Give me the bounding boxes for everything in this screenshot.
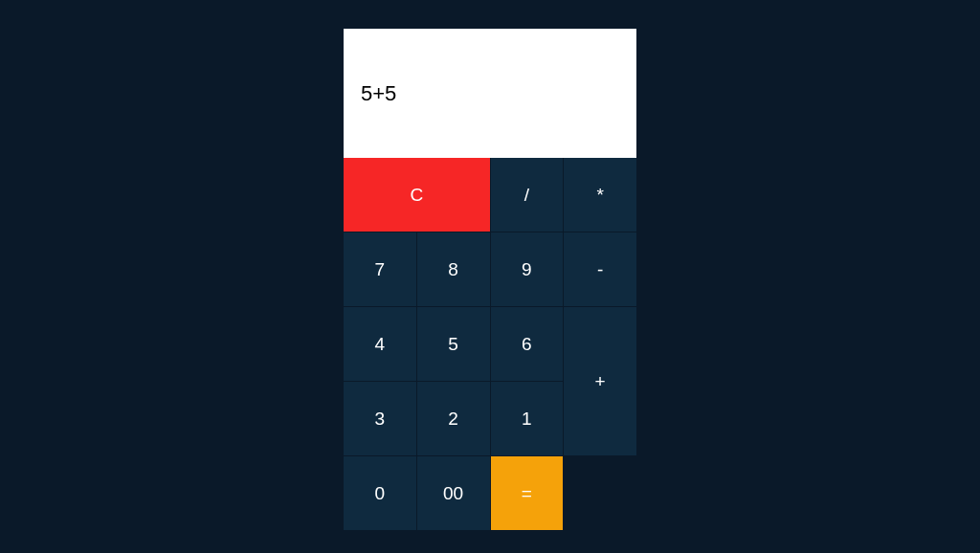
clear-button[interactable]: C	[344, 158, 490, 232]
equals-button[interactable]: =	[491, 456, 564, 530]
calculator: 5+5 C / * 7 8 9 - 4 5 6 + 3 2 1 0 00 =	[344, 29, 636, 530]
zero-button[interactable]: 0	[344, 456, 416, 530]
multiply-button[interactable]: *	[564, 158, 636, 232]
double-zero-button[interactable]: 00	[417, 456, 490, 530]
one-button[interactable]: 1	[491, 382, 564, 455]
eight-button[interactable]: 8	[417, 232, 490, 306]
keypad: C / * 7 8 9 - 4 5 6 + 3 2 1 0 00 =	[344, 158, 636, 530]
plus-button[interactable]: +	[564, 307, 636, 455]
six-button[interactable]: 6	[491, 307, 564, 381]
nine-button[interactable]: 9	[491, 232, 564, 306]
four-button[interactable]: 4	[344, 307, 416, 381]
empty-cell	[564, 456, 636, 530]
five-button[interactable]: 5	[417, 307, 490, 381]
three-button[interactable]: 3	[344, 382, 416, 455]
display-value: 5+5	[361, 81, 396, 106]
minus-button[interactable]: -	[564, 232, 636, 306]
two-button[interactable]: 2	[417, 382, 490, 455]
display: 5+5	[344, 29, 636, 158]
seven-button[interactable]: 7	[344, 232, 416, 306]
divide-button[interactable]: /	[491, 158, 564, 232]
